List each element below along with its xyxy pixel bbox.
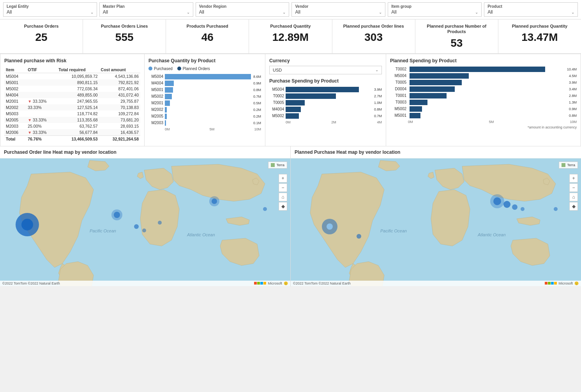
filter-legal-entity[interactable]: Legal Entity All ⌄: [3, 2, 97, 17]
filter-vendor-region[interactable]: Vendor Region All ⌄: [196, 2, 290, 17]
kpi-planned-quantity: Planned purchase Quantity 13.47M: [498, 19, 581, 53]
planned-spending-title: Planned Spending by Product: [390, 58, 577, 63]
left-map-legend: Terra: [268, 162, 287, 169]
purchase-spending-title: Purchase Spending by Product: [269, 78, 382, 84]
right-map-container: Pacific Ocean Atlantic Ocean Terra: [291, 158, 581, 286]
table-row: M2003 25.00% 63,762.57 28,693.15: [4, 123, 140, 129]
left-map-controls[interactable]: + − ⌂ ◆: [279, 174, 287, 211]
pq-chart: M5004 8.6M M4004 0.9M M5001 0.8: [148, 74, 261, 126]
kpi-row: Purchase Orders 25 Purchase Orders Lines…: [0, 19, 581, 54]
zoom-in-button[interactable]: +: [279, 174, 287, 183]
currency-value: USD: [273, 68, 282, 72]
bar-row: M5001 0.8M: [390, 113, 577, 118]
microsoft-label: Microsoft: [268, 281, 282, 285]
chevron-down-icon: ⌄: [379, 10, 382, 14]
table-row: M2006 ▼ 33.33% 56,677.84 16,436.57: [4, 129, 140, 136]
legend-purchased-label: Purchased: [154, 67, 173, 71]
left-map-legend-label: Terra: [276, 163, 284, 167]
heat-r4: [503, 201, 510, 208]
reset-button-r[interactable]: ⌂: [569, 193, 578, 201]
bar-row: M5004 4.5M: [390, 73, 577, 79]
heat-r3-outer: [490, 194, 504, 208]
filter-master-plan[interactable]: Master Plan All ⌄: [99, 2, 193, 17]
chevron-down-icon: ⌄: [187, 10, 190, 14]
location-button[interactable]: ◆: [279, 202, 287, 211]
filter-item-group[interactable]: Item group All ⌄: [388, 2, 482, 17]
bar-row: D0004 3.4M: [390, 86, 577, 92]
zoom-out-button[interactable]: −: [279, 183, 287, 192]
kpi-purchased-quantity: Purchased Quantity 12.89M: [249, 19, 332, 53]
filter-bar: Legal Entity All ⌄ Master Plan All ⌄ Ven…: [0, 0, 581, 19]
bar-row: M2003 0.1M: [148, 120, 261, 126]
kpi-purchase-orders-lines: Purchase Orders Lines 555: [83, 19, 166, 53]
purchase-quantity-panel: Purchase Quantity by Product Purchased P…: [145, 54, 265, 146]
heat-r7: [554, 207, 558, 211]
filter-value-item-group: All: [391, 9, 396, 15]
kpi-value-planned-quantity: 13.47M: [504, 31, 576, 44]
risk-col-item: Item: [4, 67, 26, 73]
currency-select[interactable]: USD ⌄: [269, 66, 382, 74]
kpi-title-planned-products: Planned purchase Number of Products: [421, 23, 493, 35]
heat-r2: [357, 234, 361, 239]
filter-label-legal-entity: Legal Entity: [7, 4, 94, 9]
planned-dot: [177, 67, 181, 70]
planned-axis: 0M 5M 10M: [390, 120, 577, 124]
kpi-value-purchased-quantity: 12.89M: [254, 31, 326, 44]
microsoft-label-r: Microsoft: [558, 281, 573, 285]
right-map-panel: Planned Purchase Heat map by vendor loca…: [291, 146, 581, 287]
bar-row: T0001 2.8M: [390, 93, 577, 98]
zoom-out-button-r[interactable]: −: [569, 183, 578, 192]
reset-button[interactable]: ⌂: [279, 193, 287, 201]
legend-planned-label: Planned Orders: [183, 67, 210, 71]
bar-row: M4004 0.8M: [269, 107, 382, 112]
filter-value-vendor: All: [295, 9, 300, 15]
location-button-r[interactable]: ◆: [569, 202, 578, 211]
table-total-row: Total 76.76% 13,466,509.53 32,921,264.58: [4, 135, 140, 142]
pacific-ocean-label-r: Pacific Ocean: [380, 229, 407, 233]
filter-value-vendor-region: All: [199, 9, 204, 15]
kpi-value-purchase-orders: 25: [5, 31, 77, 44]
kpi-value-products-purchased: 46: [171, 31, 243, 44]
purchase-spending-chart: M5004 3.9M T0002 2.7M T0005 1.0: [269, 87, 382, 119]
chevron-down-icon: ⌄: [90, 10, 94, 14]
filter-product[interactable]: Product All ⌄: [484, 2, 578, 17]
table-row: M5003 118,774.82 109,272.84: [4, 111, 140, 117]
bar-row: M2002 0.2M: [148, 107, 261, 113]
heat-circle-inner: [21, 219, 33, 230]
charts-row: Planned purchase with Risk Item OTIF Tot…: [0, 54, 581, 146]
risk-table: Item OTIF Total required Cost amount M50…: [4, 67, 140, 142]
kpi-purchase-orders: Purchase Orders 25: [0, 19, 83, 53]
chevron-down-icon: ⌄: [475, 10, 478, 14]
right-map-controls[interactable]: + − ⌂ ◆: [569, 174, 578, 211]
heat-r6: [521, 207, 524, 211]
heat-circle-sm2: [134, 224, 139, 229]
left-map-container: Pacific Ocean Atlantic Ocean Terra: [0, 158, 290, 286]
microsoft-logo-icon: [254, 282, 266, 285]
right-map-title: Planned Purchase Heat map by vendor loca…: [291, 146, 581, 158]
right-map-copyright: ©2022 TomTom ©2022 Natural Earth: [293, 281, 351, 285]
kpi-value-purchase-orders-lines: 555: [88, 31, 160, 44]
currency-spending-panel: Currency USD ⌄ Purchase Spending by Prod…: [265, 54, 386, 146]
left-map-copyright: ©2022 TomTom ©2022 Natural Earth: [2, 281, 60, 285]
chevron-down-icon: ⌄: [283, 10, 286, 14]
filter-vendor[interactable]: Vendor All ⌄: [291, 2, 385, 17]
left-map-panel: Purchased Order line Heat map by vendor …: [0, 146, 291, 287]
legend-purchased: Purchased: [148, 67, 173, 71]
bar-row: M5002 0.7M: [269, 113, 382, 119]
maps-row: Purchased Order line Heat map by vendor …: [0, 146, 581, 287]
pq-axis: 0M 5M 10M: [148, 127, 261, 131]
risk-col-cost: Cost amount: [99, 67, 140, 73]
kpi-planned-products: Planned purchase Number of Products 53: [415, 19, 498, 53]
kpi-value-planned-order-lines: 303: [338, 31, 410, 44]
zoom-in-button-r[interactable]: +: [569, 174, 578, 183]
kpi-value-planned-products: 53: [421, 37, 493, 49]
table-row: M5004 10,095,859.72 4,543,136.86: [4, 73, 140, 79]
risk-panel: Planned purchase with Risk Item OTIF Tot…: [0, 54, 145, 146]
filter-label-master-plan: Master Plan: [103, 4, 190, 9]
heat-r5: [512, 204, 517, 210]
risk-panel-title: Planned purchase with Risk: [4, 58, 140, 63]
table-row: M2002 33.33% 127,525.14 70,138.83: [4, 104, 140, 111]
planned-spending-panel: Planned Spending by Product T0002 10.4M …: [386, 54, 581, 146]
heat-circle-sm4: [158, 221, 162, 225]
chevron-down-icon: ⌄: [375, 68, 378, 72]
